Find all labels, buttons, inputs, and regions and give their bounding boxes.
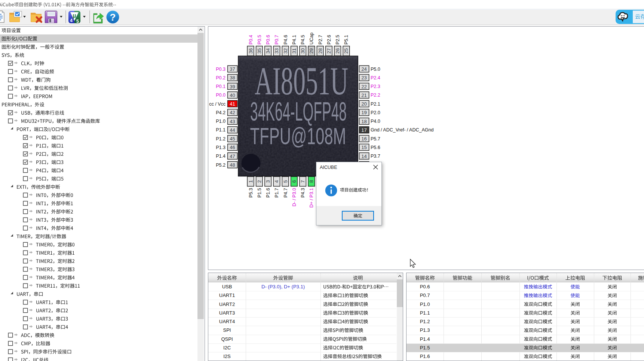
svg-text:22: 22 xyxy=(361,84,367,90)
svg-text:P2.2: P2.2 xyxy=(371,92,380,98)
svg-text:38: 38 xyxy=(230,75,235,81)
svg-text:25: 25 xyxy=(343,48,349,54)
svg-text:P5.3: P5.3 xyxy=(248,188,254,198)
svg-text:P1.0: P1.0 xyxy=(216,119,226,124)
svg-text:P5.2: P5.2 xyxy=(216,163,226,168)
svg-text:1: 1 xyxy=(248,180,254,183)
svg-text:P1.2: P1.2 xyxy=(216,136,226,142)
svg-text:15: 15 xyxy=(361,145,367,150)
svg-text:P5.0: P5.0 xyxy=(371,67,380,72)
svg-text:P4.2: P4.2 xyxy=(216,110,226,115)
svg-text:P3.7: P3.7 xyxy=(371,154,380,159)
svg-text:D+ / P3.1: D+ / P3.1 xyxy=(309,188,314,208)
svg-text:P2.0: P2.0 xyxy=(371,110,380,115)
svg-text:P2.5: P2.5 xyxy=(335,35,340,45)
svg-text:42: 42 xyxy=(230,110,235,115)
svg-text:34K64-LQFP48: 34K64-LQFP48 xyxy=(250,97,347,126)
svg-text:20: 20 xyxy=(361,101,367,107)
svg-text:45: 45 xyxy=(230,136,235,142)
svg-text:39: 39 xyxy=(230,84,235,90)
svg-text:P1.7: P1.7 xyxy=(274,188,279,198)
svg-text:cc / Vcc: cc / Vcc xyxy=(209,101,226,107)
svg-text:P4.6: P4.6 xyxy=(283,35,288,45)
svg-text:40: 40 xyxy=(230,92,235,98)
svg-text:46: 46 xyxy=(230,145,235,150)
svg-text:P0.4: P0.4 xyxy=(248,35,254,45)
svg-text:P1.3: P1.3 xyxy=(216,145,226,150)
svg-text:P0.6: P0.6 xyxy=(266,35,271,45)
svg-text:4: 4 xyxy=(274,180,279,183)
svg-text:18: 18 xyxy=(361,119,367,124)
svg-text:P0.7: P0.7 xyxy=(274,35,279,45)
svg-text:P5.7: P5.7 xyxy=(371,136,380,142)
svg-text:UCap: UCap xyxy=(309,33,314,45)
svg-text:P0.1: P0.1 xyxy=(216,84,226,89)
svg-text:P0.3: P0.3 xyxy=(216,67,226,72)
svg-text:35: 35 xyxy=(257,48,262,54)
svg-text:19: 19 xyxy=(361,110,367,115)
svg-text:24: 24 xyxy=(361,66,367,72)
svg-text:P1.1: P1.1 xyxy=(216,127,226,133)
svg-text:28: 28 xyxy=(318,48,323,54)
svg-text:7: 7 xyxy=(300,180,306,183)
svg-text:P2.6: P2.6 xyxy=(326,35,332,45)
svg-text:TFPU@108M: TFPU@108M xyxy=(250,123,346,149)
svg-text:5: 5 xyxy=(283,180,288,183)
svg-text:P1.6: P1.6 xyxy=(266,188,271,198)
svg-text:5: 5 xyxy=(76,19,79,24)
svg-text:17: 17 xyxy=(361,127,367,133)
svg-text:P2.3: P2.3 xyxy=(371,84,380,89)
svg-text:P2.4: P2.4 xyxy=(371,75,380,81)
svg-text:21: 21 xyxy=(361,92,367,98)
svg-text:8: 8 xyxy=(309,180,314,183)
svg-text:30: 30 xyxy=(300,48,306,54)
svg-text:48: 48 xyxy=(230,162,235,168)
svg-text:27: 27 xyxy=(326,48,332,54)
svg-text:16: 16 xyxy=(361,136,367,142)
svg-text:44: 44 xyxy=(230,127,235,133)
svg-text:P0.2: P0.2 xyxy=(216,75,226,81)
svg-text:3: 3 xyxy=(265,180,271,183)
svg-text:32: 32 xyxy=(283,48,288,54)
svg-text:P2.1: P2.1 xyxy=(371,101,380,107)
svg-text:6: 6 xyxy=(291,180,297,183)
svg-text:31: 31 xyxy=(291,48,297,54)
svg-text:D- / P3.0: D- / P3.0 xyxy=(292,188,297,206)
svg-text:P4.5: P4.5 xyxy=(300,35,306,45)
svg-text:Gnd / ADC_Vref- / ADC_AGnd: Gnd / ADC_Vref- / ADC_AGnd xyxy=(371,127,433,133)
svg-text:29: 29 xyxy=(309,48,314,54)
svg-text:14: 14 xyxy=(361,154,367,159)
svg-text:P5.1: P5.1 xyxy=(344,35,349,45)
svg-text:36: 36 xyxy=(248,48,254,54)
svg-text:P1.5: P1.5 xyxy=(257,188,262,198)
svg-text:P4.1: P4.1 xyxy=(292,35,297,45)
svg-text:P1.4: P1.4 xyxy=(216,154,226,159)
svg-text:37: 37 xyxy=(230,66,235,72)
svg-text:34: 34 xyxy=(265,48,271,54)
svg-text:41: 41 xyxy=(230,101,235,107)
svg-text:4: 4 xyxy=(70,18,73,23)
svg-text:µ: µ xyxy=(73,12,76,19)
svg-text:23: 23 xyxy=(361,75,367,81)
svg-text:P0.0: P0.0 xyxy=(216,92,226,98)
svg-text:?: ? xyxy=(110,12,116,23)
svg-text:33: 33 xyxy=(274,48,279,54)
svg-text:2: 2 xyxy=(257,180,262,183)
svg-text:P4.3: P4.3 xyxy=(300,188,306,198)
svg-text:43: 43 xyxy=(230,119,235,124)
svg-text:P2.7: P2.7 xyxy=(318,35,323,45)
svg-text:P4.7: P4.7 xyxy=(283,188,288,198)
svg-text:P0.5: P0.5 xyxy=(257,35,262,45)
svg-text:P4.0: P4.0 xyxy=(371,119,380,124)
svg-text:26: 26 xyxy=(335,48,340,54)
svg-text:47: 47 xyxy=(230,154,235,159)
svg-text:P5.6: P5.6 xyxy=(371,145,380,150)
